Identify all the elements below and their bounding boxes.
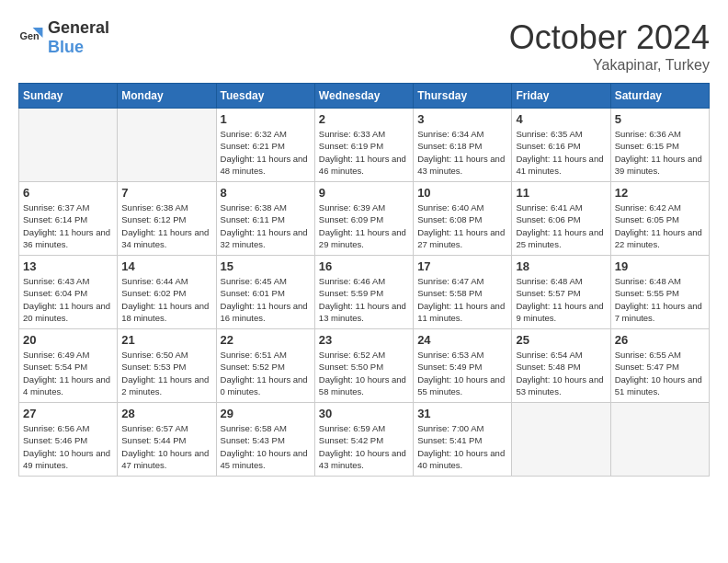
logo-icon: Gen <box>18 25 44 51</box>
day-number: 10 <box>417 186 507 200</box>
day-number: 24 <box>417 333 507 347</box>
day-number: 18 <box>516 259 606 273</box>
location-subtitle: Yakapinar, Turkey <box>509 57 710 74</box>
calendar-cell: 1Sunrise: 6:32 AM Sunset: 6:21 PM Daylig… <box>216 109 314 182</box>
day-header-sunday: Sunday <box>19 84 118 109</box>
calendar-cell: 3Sunrise: 6:34 AM Sunset: 6:18 PM Daylig… <box>414 109 512 182</box>
cell-info: Sunrise: 6:55 AM Sunset: 5:47 PM Dayligh… <box>615 349 705 397</box>
cell-info: Sunrise: 6:34 AM Sunset: 6:18 PM Dayligh… <box>417 128 507 177</box>
cell-info: Sunrise: 6:47 AM Sunset: 5:58 PM Dayligh… <box>417 275 507 324</box>
logo-blue: Blue <box>48 38 84 56</box>
calendar-cell: 18Sunrise: 6:48 AM Sunset: 5:57 PM Dayli… <box>512 256 610 329</box>
day-number: 30 <box>319 407 409 420</box>
calendar-cell: 17Sunrise: 6:47 AM Sunset: 5:58 PM Dayli… <box>414 256 512 329</box>
cell-info: Sunrise: 6:46 AM Sunset: 5:59 PM Dayligh… <box>319 275 409 324</box>
cell-info: Sunrise: 6:54 AM Sunset: 5:48 PM Dayligh… <box>516 349 606 397</box>
calendar-cell: 7Sunrise: 6:38 AM Sunset: 6:12 PM Daylig… <box>118 182 216 256</box>
day-number: 23 <box>319 333 409 347</box>
day-header-tuesday: Tuesday <box>216 84 314 109</box>
calendar-cell: 27Sunrise: 6:56 AM Sunset: 5:46 PM Dayli… <box>19 403 118 477</box>
month-year-title: October 2024 <box>509 18 710 57</box>
cell-info: Sunrise: 6:39 AM Sunset: 6:09 PM Dayligh… <box>319 201 409 250</box>
day-header-thursday: Thursday <box>414 84 512 109</box>
cell-info: Sunrise: 6:57 AM Sunset: 5:44 PM Dayligh… <box>121 422 211 471</box>
calendar-cell: 8Sunrise: 6:38 AM Sunset: 6:11 PM Daylig… <box>216 182 314 256</box>
day-number: 12 <box>615 186 705 200</box>
calendar-cell: 15Sunrise: 6:45 AM Sunset: 6:01 PM Dayli… <box>216 256 314 329</box>
day-number: 25 <box>516 333 606 347</box>
calendar-cell: 23Sunrise: 6:52 AM Sunset: 5:50 PM Dayli… <box>314 329 413 403</box>
day-number: 27 <box>23 407 113 420</box>
cell-info: Sunrise: 6:38 AM Sunset: 6:11 PM Dayligh… <box>221 201 311 250</box>
calendar-cell: 24Sunrise: 6:53 AM Sunset: 5:49 PM Dayli… <box>414 329 512 403</box>
calendar-cell: 28Sunrise: 6:57 AM Sunset: 5:44 PM Dayli… <box>118 403 216 477</box>
page-header: Gen General Blue October 2024 Yakapinar,… <box>18 18 710 74</box>
cell-info: Sunrise: 6:43 AM Sunset: 6:04 PM Dayligh… <box>23 275 113 324</box>
day-number: 1 <box>221 112 311 126</box>
day-number: 11 <box>516 186 606 200</box>
calendar-cell: 25Sunrise: 6:54 AM Sunset: 5:48 PM Dayli… <box>512 329 610 403</box>
day-number: 21 <box>121 333 211 347</box>
day-number: 22 <box>221 333 311 347</box>
logo-wordmark: General Blue <box>48 18 109 57</box>
day-number: 14 <box>121 259 211 273</box>
calendar-cell: 22Sunrise: 6:51 AM Sunset: 5:52 PM Dayli… <box>216 329 314 403</box>
calendar-cell: 12Sunrise: 6:42 AM Sunset: 6:05 PM Dayli… <box>610 182 709 256</box>
cell-info: Sunrise: 6:36 AM Sunset: 6:15 PM Dayligh… <box>615 128 705 177</box>
calendar-cell <box>512 403 610 477</box>
day-number: 13 <box>23 259 113 273</box>
calendar-week-5: 27Sunrise: 6:56 AM Sunset: 5:46 PM Dayli… <box>19 403 710 477</box>
calendar-cell: 16Sunrise: 6:46 AM Sunset: 5:59 PM Dayli… <box>314 256 413 329</box>
cell-info: Sunrise: 6:41 AM Sunset: 6:06 PM Dayligh… <box>516 201 606 250</box>
calendar-cell <box>610 403 709 477</box>
cell-info: Sunrise: 6:49 AM Sunset: 5:54 PM Dayligh… <box>23 349 113 397</box>
cell-info: Sunrise: 6:53 AM Sunset: 5:49 PM Dayligh… <box>417 349 507 397</box>
calendar-week-3: 13Sunrise: 6:43 AM Sunset: 6:04 PM Dayli… <box>19 256 710 329</box>
cell-info: Sunrise: 6:45 AM Sunset: 6:01 PM Dayligh… <box>221 275 311 324</box>
day-header-friday: Friday <box>512 84 610 109</box>
day-number: 6 <box>23 186 113 200</box>
day-number: 8 <box>221 186 311 200</box>
calendar-cell: 2Sunrise: 6:33 AM Sunset: 6:19 PM Daylig… <box>314 109 413 182</box>
day-number: 9 <box>319 186 409 200</box>
calendar-cell: 26Sunrise: 6:55 AM Sunset: 5:47 PM Dayli… <box>610 329 709 403</box>
day-number: 31 <box>417 407 507 420</box>
calendar-week-1: 1Sunrise: 6:32 AM Sunset: 6:21 PM Daylig… <box>19 109 710 182</box>
cell-info: Sunrise: 6:44 AM Sunset: 6:02 PM Dayligh… <box>121 275 211 324</box>
cell-info: Sunrise: 6:56 AM Sunset: 5:46 PM Dayligh… <box>23 422 113 471</box>
cell-info: Sunrise: 6:32 AM Sunset: 6:21 PM Dayligh… <box>221 128 311 177</box>
day-number: 20 <box>23 333 113 347</box>
cell-info: Sunrise: 6:48 AM Sunset: 5:57 PM Dayligh… <box>516 275 606 324</box>
logo-general: General <box>48 18 109 37</box>
cell-info: Sunrise: 6:38 AM Sunset: 6:12 PM Dayligh… <box>121 201 211 250</box>
day-number: 15 <box>221 259 311 273</box>
svg-text:Gen: Gen <box>20 30 40 41</box>
cell-info: Sunrise: 7:00 AM Sunset: 5:41 PM Dayligh… <box>417 422 507 471</box>
cell-info: Sunrise: 6:58 AM Sunset: 5:43 PM Dayligh… <box>221 422 311 471</box>
calendar-cell: 19Sunrise: 6:48 AM Sunset: 5:55 PM Dayli… <box>610 256 709 329</box>
day-header-wednesday: Wednesday <box>314 84 413 109</box>
calendar-header-row: SundayMondayTuesdayWednesdayThursdayFrid… <box>19 84 710 109</box>
day-number: 2 <box>319 112 409 126</box>
day-number: 5 <box>615 112 705 126</box>
cell-info: Sunrise: 6:40 AM Sunset: 6:08 PM Dayligh… <box>417 201 507 250</box>
title-block: October 2024 Yakapinar, Turkey <box>509 18 710 74</box>
calendar-cell: 5Sunrise: 6:36 AM Sunset: 6:15 PM Daylig… <box>610 109 709 182</box>
day-header-monday: Monday <box>118 84 216 109</box>
calendar-cell: 6Sunrise: 6:37 AM Sunset: 6:14 PM Daylig… <box>19 182 118 256</box>
cell-info: Sunrise: 6:48 AM Sunset: 5:55 PM Dayligh… <box>615 275 705 324</box>
day-number: 29 <box>221 407 311 420</box>
day-number: 17 <box>417 259 507 273</box>
cell-info: Sunrise: 6:42 AM Sunset: 6:05 PM Dayligh… <box>615 201 705 250</box>
calendar-cell: 20Sunrise: 6:49 AM Sunset: 5:54 PM Dayli… <box>19 329 118 403</box>
calendar-week-4: 20Sunrise: 6:49 AM Sunset: 5:54 PM Dayli… <box>19 329 710 403</box>
cell-info: Sunrise: 6:33 AM Sunset: 6:19 PM Dayligh… <box>319 128 409 177</box>
cell-info: Sunrise: 6:51 AM Sunset: 5:52 PM Dayligh… <box>221 349 311 397</box>
calendar-cell: 4Sunrise: 6:35 AM Sunset: 6:16 PM Daylig… <box>512 109 610 182</box>
day-number: 4 <box>516 112 606 126</box>
calendar-cell: 21Sunrise: 6:50 AM Sunset: 5:53 PM Dayli… <box>118 329 216 403</box>
calendar-table: SundayMondayTuesdayWednesdayThursdayFrid… <box>18 83 710 477</box>
day-header-saturday: Saturday <box>610 84 709 109</box>
calendar-week-2: 6Sunrise: 6:37 AM Sunset: 6:14 PM Daylig… <box>19 182 710 256</box>
calendar-cell: 14Sunrise: 6:44 AM Sunset: 6:02 PM Dayli… <box>118 256 216 329</box>
